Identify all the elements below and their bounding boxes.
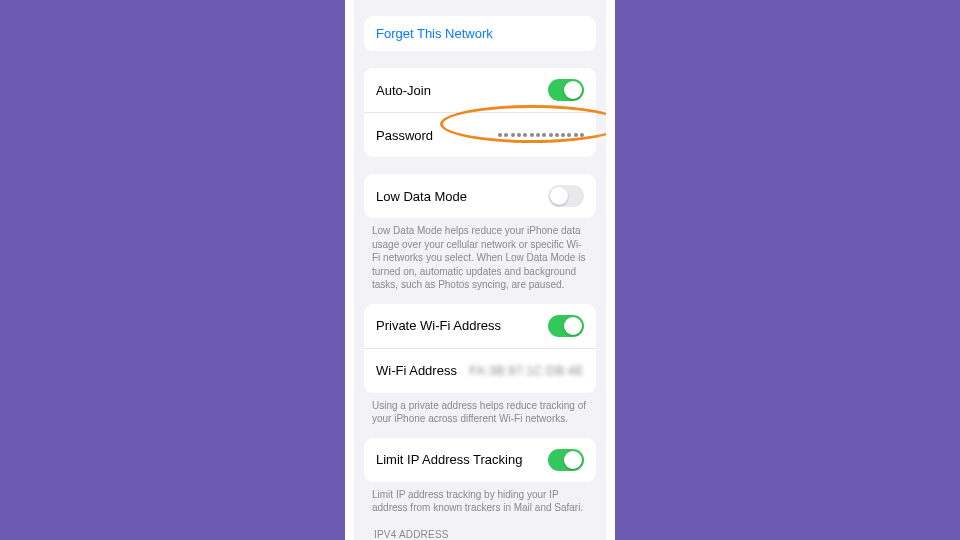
wifi-address-label: Wi-Fi Address: [376, 363, 457, 378]
low-data-row[interactable]: Low Data Mode: [364, 174, 596, 218]
low-data-label: Low Data Mode: [376, 189, 467, 204]
limit-tracking-label: Limit IP Address Tracking: [376, 452, 522, 467]
private-addr-row[interactable]: Private Wi-Fi Address: [364, 304, 596, 348]
auto-join-row[interactable]: Auto-Join: [364, 68, 596, 112]
limit-tracking-toggle[interactable]: [548, 449, 584, 471]
wifi-address-row[interactable]: Wi-Fi Address FA:3B:97:1C:DB:4E: [364, 348, 596, 393]
auto-join-toggle[interactable]: [548, 79, 584, 101]
forget-network-button[interactable]: Forget This Network: [364, 16, 596, 51]
password-row[interactable]: Password: [364, 112, 596, 157]
limit-tracking-group: Limit IP Address Tracking: [364, 438, 596, 482]
device-frame: Forget This Network Auto-Join Password L…: [345, 0, 615, 540]
forget-network-group: Forget This Network: [364, 16, 596, 51]
low-data-toggle[interactable]: [548, 185, 584, 207]
password-value-masked: [498, 133, 584, 137]
low-data-group: Low Data Mode: [364, 174, 596, 218]
auto-join-label: Auto-Join: [376, 83, 431, 98]
join-group: Auto-Join Password: [364, 68, 596, 157]
wifi-address-value: FA:3B:97:1C:DB:4E: [469, 364, 584, 378]
limit-tracking-row[interactable]: Limit IP Address Tracking: [364, 438, 596, 482]
low-data-footer: Low Data Mode helps reduce your iPhone d…: [354, 218, 606, 292]
password-label: Password: [376, 128, 433, 143]
private-addr-toggle[interactable]: [548, 315, 584, 337]
private-addr-label: Private Wi-Fi Address: [376, 318, 501, 333]
ipv4-section-header: IPV4 ADDRESS: [354, 515, 606, 541]
private-addr-group: Private Wi-Fi Address Wi-Fi Address FA:3…: [364, 304, 596, 393]
limit-tracking-footer: Limit IP address tracking by hiding your…: [354, 482, 606, 515]
private-addr-footer: Using a private address helps reduce tra…: [354, 393, 606, 426]
settings-wifi-detail-screen: Forget This Network Auto-Join Password L…: [354, 0, 606, 540]
